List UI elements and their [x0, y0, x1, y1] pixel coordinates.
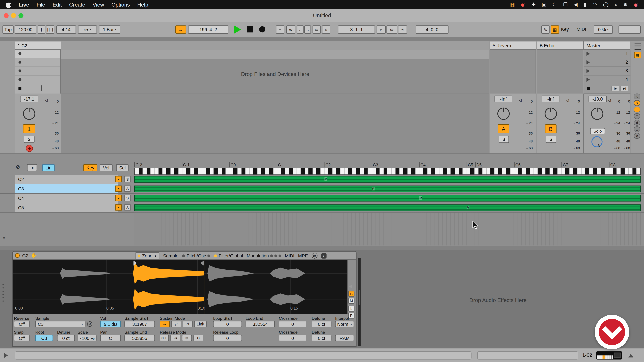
key-map-button[interactable]: Key — [561, 27, 569, 35]
time-signature-field[interactable]: 4 / 4 — [56, 25, 76, 34]
device-chain-scrollbar[interactable] — [358, 258, 361, 347]
return-a-volume-field[interactable]: -Inf — [494, 96, 512, 102]
lin-lens-button[interactable]: Lin — [42, 164, 54, 171]
expand-up-icon[interactable] — [628, 354, 633, 358]
tempo-field[interactable]: 120.00 — [15, 25, 36, 34]
status-field-left[interactable] — [15, 351, 472, 360]
master-volume-field[interactable]: -13.0 — [588, 96, 606, 102]
hot-swap-icon[interactable]: ⇄ — [312, 253, 317, 259]
mixer-toggle-m[interactable]: m — [634, 113, 640, 119]
tab-filter-global[interactable]: Filter/Global — [214, 253, 243, 258]
scene-play-icon[interactable] — [586, 78, 590, 82]
menu-create[interactable]: Create — [69, 1, 85, 8]
snap-toggle[interactable]: Off — [14, 335, 30, 341]
master-header[interactable]: Master — [584, 41, 630, 50]
clip-slot[interactable] — [15, 58, 60, 67]
forward-arrow-button[interactable]: → — [304, 25, 311, 34]
scene-play-icon[interactable] — [586, 60, 590, 64]
tab-selection-zones[interactable]: Sel — [116, 164, 128, 171]
release-off-button[interactable]: OFF — [160, 335, 169, 341]
tab-sample[interactable]: Sample — [163, 253, 178, 258]
zone-key-range[interactable]: R — [134, 204, 641, 211]
channel-both-button[interactable]: B — [348, 291, 354, 297]
channel-left-button[interactable]: L — [348, 306, 354, 311]
release-loop-button[interactable]: ⇄ — [182, 335, 192, 341]
mixer-toggle-r[interactable]: r — [634, 107, 640, 112]
menu-live[interactable]: Live — [18, 1, 29, 8]
quantize-menu[interactable]: 1 Bar▾ — [99, 25, 120, 34]
track-arm-button[interactable] — [26, 145, 33, 152]
tab-zone[interactable]: Zone ▲ — [135, 252, 160, 259]
sample-select[interactable]: C3▾ — [36, 321, 86, 327]
scene-row[interactable]: 1 — [584, 50, 630, 58]
crossfader-knob[interactable] — [592, 136, 602, 147]
capture-button[interactable]: ○ — [322, 25, 330, 34]
session-drop-area[interactable]: Drop Files and Devices Here — [61, 50, 489, 153]
tab-velocity-zones[interactable]: Vel — [100, 164, 112, 171]
clip-slot[interactable] — [15, 67, 60, 75]
detune-field[interactable]: 0 ct — [57, 335, 75, 341]
loop-start-field[interactable]: 0 — [213, 321, 242, 327]
loop-length-field[interactable]: 4. 0. 0 — [416, 25, 448, 34]
sample-start-field[interactable]: 311907 — [124, 321, 155, 327]
tap-tempo-button[interactable]: Tap — [2, 25, 14, 34]
zone-mute-button[interactable]: ◄ — [116, 195, 122, 201]
apple-menu[interactable] — [6, 1, 11, 8]
track-pan-knob[interactable] — [23, 108, 35, 120]
draw-pencil-button[interactable]: ✎ — [541, 25, 550, 34]
detune3-field[interactable]: 0 ct — [312, 335, 332, 341]
notification-badge[interactable] — [595, 315, 629, 349]
return-b-solo-button[interactable]: S — [546, 136, 556, 143]
clip-slot[interactable] — [15, 50, 60, 58]
loop-end-field[interactable]: 332554 — [246, 321, 275, 327]
auto-scroll-button[interactable]: ⇥ — [27, 164, 37, 171]
sustain-pingpong-button[interactable]: ↻ — [183, 321, 193, 327]
volume-icon[interactable]: ◀ — [574, 2, 578, 7]
zone-solo-button[interactable]: S — [124, 176, 131, 182]
search-icon[interactable]: ⌕ — [615, 2, 617, 7]
record-icon[interactable]: ◉ — [521, 2, 526, 7]
punch-out-button[interactable]: ¬ — [398, 25, 407, 34]
back-to-arrangement-button[interactable]: |▶ — [612, 86, 620, 91]
clip-slot[interactable] — [15, 76, 60, 84]
save-preset-icon[interactable]: ● — [321, 253, 326, 258]
scene-play-icon[interactable] — [586, 52, 590, 56]
fold-toggle-icon[interactable]: » — [0, 238, 7, 240]
sustain-loop-button[interactable]: ⇄ — [171, 321, 181, 327]
track-solo-button[interactable]: S — [24, 136, 34, 143]
zone-name[interactable]: C5 — [15, 203, 118, 212]
shield-icon[interactable]: ✚ — [532, 2, 536, 7]
return-a-pan-knob[interactable] — [498, 108, 510, 120]
detune1-field[interactable]: 0 ct — [312, 321, 332, 327]
grid-icon[interactable]: ▦ — [510, 2, 515, 7]
stop-button[interactable] — [247, 26, 253, 34]
punch-position-field[interactable]: 3. 1. 1 — [338, 25, 375, 34]
zone-mute-button[interactable]: ◄ — [116, 176, 122, 182]
interpol-select[interactable]: Norm▾ — [335, 321, 354, 327]
zone-name[interactable]: C2 — [15, 175, 118, 184]
tab-pitch-osc[interactable]: Pitch/Osc — [182, 253, 210, 258]
link-button[interactable]: Link — [194, 321, 206, 327]
mixer-toggle-d[interactable]: d — [634, 120, 640, 125]
scene-play-icon[interactable] — [586, 69, 590, 73]
zoom-arrow-icon[interactable] — [349, 284, 352, 289]
return-a-solo-button[interactable]: S — [498, 136, 509, 143]
zone-name[interactable]: C3 — [15, 184, 118, 193]
metronome-button[interactable]: ○●▾ — [78, 25, 97, 34]
fader-handle-icon[interactable]: ◁ — [519, 98, 522, 103]
return-b-pan-knob[interactable] — [544, 108, 557, 120]
ram-button[interactable]: RAM — [335, 335, 354, 341]
punch-in-button[interactable]: ⌐ — [377, 25, 386, 34]
reverse-toggle[interactable]: Off — [14, 321, 30, 327]
mixer-keyboard-icon[interactable]: ▦ — [634, 52, 641, 58]
moon-icon[interactable]: ☾ — [552, 2, 557, 7]
empty-zone-area[interactable] — [134, 213, 641, 246]
wifi-icon[interactable]: ◠ — [592, 2, 597, 7]
tab-key-zones[interactable]: Key — [83, 164, 97, 171]
track-volume-field[interactable]: -17.1 — [20, 96, 38, 102]
zone-solo-button[interactable]: S — [124, 195, 131, 201]
sustain-no-loop-button[interactable]: ⇥ — [160, 321, 170, 327]
session-menu-icon[interactable] — [634, 43, 641, 50]
play-button[interactable] — [234, 25, 241, 34]
return-b-header[interactable]: B Echo — [537, 41, 584, 50]
